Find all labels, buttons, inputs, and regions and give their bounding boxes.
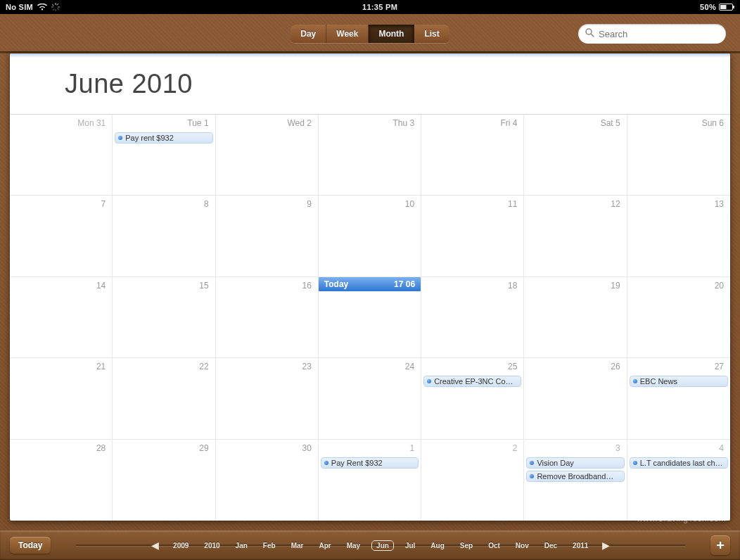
today-highlight: Today17 06 <box>319 277 421 291</box>
svg-rect-6 <box>56 4 58 6</box>
svg-rect-7 <box>53 8 55 11</box>
svg-rect-4 <box>52 4 54 6</box>
day-cell[interactable]: 10 <box>319 196 421 276</box>
month-nov[interactable]: Nov <box>511 540 533 551</box>
day-number: 29 <box>115 441 212 455</box>
calendar-event[interactable]: EBC News <box>630 376 728 387</box>
view-tab-month[interactable]: Month <box>369 25 414 43</box>
month-jul[interactable]: Jul <box>401 540 419 551</box>
day-number: 4 <box>630 441 728 455</box>
month-jun[interactable]: Jun <box>371 540 394 551</box>
day-cell[interactable]: 28 <box>10 440 113 521</box>
day-cell[interactable]: Wed 2 <box>216 115 319 195</box>
day-cell[interactable]: 20 <box>627 277 730 357</box>
calendar-event[interactable]: Pay rent $932 <box>115 132 212 144</box>
calendar-page: June 2010 Mon 31Tue 1Pay rent $932Wed 2T… <box>10 53 730 521</box>
today-date: 17 06 <box>394 279 415 289</box>
day-cell[interactable]: 26 <box>524 358 627 438</box>
day-cell[interactable]: 4L.T candidates last ch… <box>627 440 730 521</box>
search-field[interactable] <box>578 24 726 44</box>
search-input[interactable] <box>599 29 719 39</box>
day-number: 12 <box>526 197 624 211</box>
day-cell[interactable]: Fri 4 <box>421 115 524 195</box>
today-button[interactable]: Today <box>10 537 51 554</box>
day-cell[interactable]: 14 <box>10 277 113 357</box>
bottombar: Today ◀20092010JanFebMarAprMayJunJulAugS… <box>0 530 740 560</box>
day-cell[interactable]: Sun 6 <box>627 115 730 195</box>
day-cell[interactable]: Tue 1Pay rent $932 <box>113 115 215 195</box>
clock: 11:35 PM <box>60 3 700 11</box>
day-cell[interactable]: 24 <box>319 358 421 438</box>
day-cell[interactable]: 16 <box>216 277 319 357</box>
year-2011[interactable]: 2011 <box>568 540 592 551</box>
day-cell[interactable]: 11 <box>421 196 524 276</box>
month-oct[interactable]: Oct <box>484 540 504 551</box>
next-arrow-icon[interactable]: ▶ <box>599 540 613 551</box>
calendar-event[interactable]: Pay Rent $932 <box>321 457 419 469</box>
event-title: Pay Rent $932 <box>331 459 383 467</box>
day-cell[interactable]: Mon 31 <box>10 115 113 195</box>
calendar-event[interactable]: Remove Broadband… <box>526 471 624 482</box>
view-tab-list[interactable]: List <box>414 25 449 43</box>
add-event-button[interactable]: + <box>710 535 730 555</box>
day-cell[interactable]: Sat 5 <box>524 115 627 195</box>
month-aug[interactable]: Aug <box>426 540 448 551</box>
month-sep[interactable]: Sep <box>456 540 477 551</box>
calendar-event[interactable]: Vision Day <box>526 457 624 469</box>
day-cell[interactable]: 8 <box>113 196 215 276</box>
day-cell[interactable]: 2 <box>421 440 524 521</box>
month-feb[interactable]: Feb <box>259 540 280 551</box>
day-number: 16 <box>218 279 316 293</box>
month-may[interactable]: May <box>343 540 364 551</box>
sim-status: No SIM <box>6 3 33 11</box>
svg-rect-0 <box>56 3 56 5</box>
event-title: Creative EP-3NC Co… <box>434 377 513 386</box>
day-cell[interactable]: 21 <box>10 358 113 438</box>
day-cell[interactable]: 15 <box>113 277 215 357</box>
svg-rect-9 <box>733 6 734 8</box>
svg-rect-2 <box>51 7 53 8</box>
day-cell[interactable]: 22 <box>113 358 215 438</box>
day-number: 25 <box>423 359 521 374</box>
day-cell[interactable]: Thu 3 <box>319 115 421 195</box>
day-cell[interactable]: 18 <box>421 277 524 357</box>
month-dec[interactable]: Dec <box>540 540 561 551</box>
svg-rect-10 <box>720 5 727 9</box>
day-cell[interactable]: Today17 06 <box>319 277 421 357</box>
day-cell[interactable]: 29 <box>113 440 215 521</box>
day-number: 8 <box>115 197 212 211</box>
day-number: 11 <box>423 197 521 211</box>
month-jan[interactable]: Jan <box>231 540 252 551</box>
day-cell[interactable]: 3Vision DayRemove Broadband… <box>524 440 627 521</box>
day-cell[interactable]: 9 <box>216 196 319 276</box>
day-cell[interactable]: 1Pay Rent $932 <box>319 440 421 521</box>
event-title: L.T candidates last ch… <box>640 459 723 467</box>
day-cell[interactable]: 27EBC News <box>627 358 730 438</box>
week-row: 2122232425Creative EP-3NC Co…2627EBC New… <box>10 358 730 439</box>
week-row: Mon 31Tue 1Pay rent $932Wed 2Thu 3Fri 4S… <box>10 115 730 196</box>
view-tab-day[interactable]: Day <box>291 25 326 43</box>
day-cell[interactable]: 13 <box>627 196 730 276</box>
day-cell[interactable]: 12 <box>524 196 627 276</box>
event-dot-icon <box>324 461 328 465</box>
event-dot-icon <box>530 461 534 465</box>
month-mar[interactable]: Mar <box>287 540 308 551</box>
day-cell[interactable]: 23 <box>216 358 319 438</box>
wifi-icon <box>37 4 47 11</box>
day-cell[interactable]: 30 <box>216 440 319 521</box>
week-row: 2829301Pay Rent $93223Vision DayRemove B… <box>10 440 730 521</box>
day-cell[interactable]: 25Creative EP-3NC Co… <box>421 358 524 438</box>
week-row: 78910111213 <box>10 196 730 276</box>
prev-arrow-icon[interactable]: ◀ <box>148 540 162 551</box>
month-apr[interactable]: Apr <box>314 540 335 551</box>
calendar-event[interactable]: Creative EP-3NC Co… <box>423 376 521 387</box>
day-cell[interactable]: 7 <box>10 196 113 276</box>
year-2009[interactable]: 2009 <box>169 540 193 551</box>
calendar-event[interactable]: L.T candidates last ch… <box>630 457 728 469</box>
view-tab-week[interactable]: Week <box>326 25 369 43</box>
day-number: Thu 3 <box>321 116 419 130</box>
day-cell[interactable]: 19 <box>524 277 627 357</box>
day-number: Fri 4 <box>423 116 521 130</box>
battery-icon <box>719 4 734 11</box>
year-2010[interactable]: 2010 <box>200 540 224 551</box>
